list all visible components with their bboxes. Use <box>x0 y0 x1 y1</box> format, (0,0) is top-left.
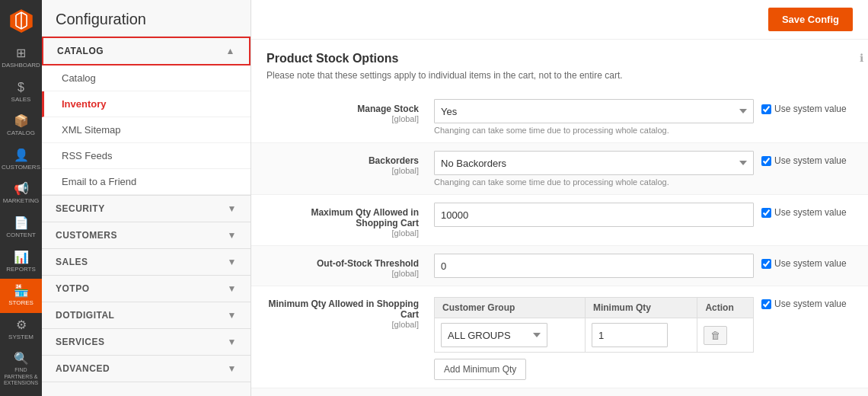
nav-label-dashboard: DASHBOARD <box>2 62 40 69</box>
sidebar-section-customers: CUSTOMERS ▼ <box>42 222 251 249</box>
nav-item-customers[interactable]: 👤 CUSTOMERS <box>0 143 42 177</box>
sidebar-section-label-security: SECURITY <box>56 203 105 214</box>
chevron-up-icon: ▲ <box>226 46 235 56</box>
use-system-max-qty: Use system value <box>761 203 853 218</box>
reports-icon: 📊 <box>14 251 29 263</box>
field-out-of-stock: Out-of-Stock Threshold [global] Use syst… <box>251 246 868 286</box>
chevron-down-icon: ▼ <box>228 283 237 294</box>
nav-label-catalog: CATALOG <box>7 129 35 137</box>
use-system-min-qty-checkbox[interactable] <box>761 299 771 309</box>
chevron-down-icon: ▼ <box>228 363 237 374</box>
sidebar-section-header-security[interactable]: SECURITY ▼ <box>42 196 251 222</box>
input-min-qty: Customer Group Minimum Qty Action ALL GR… <box>434 294 761 380</box>
label-min-qty: Minimum Qty Allowed in Shopping Cart [gl… <box>266 294 434 329</box>
chevron-down-icon: ▼ <box>228 203 237 214</box>
dashboard-icon: ⊞ <box>16 47 26 59</box>
nav-label-sales: SALES <box>11 96 31 104</box>
logo[interactable] <box>7 6 36 35</box>
sidebar-section-header-dotdigital[interactable]: DOTDIGITAL ▼ <box>42 302 251 328</box>
input-backorders: No Backorders Allow Qty Below 0 Allow Qt… <box>434 151 761 187</box>
nav-label-find-partners: FIND PARTNERS & EXTENSIONS <box>3 367 39 386</box>
nav-item-dashboard[interactable]: ⊞ DASHBOARD <box>0 41 42 75</box>
sidebar-section-label-customers: CUSTOMERS <box>56 230 117 241</box>
min-qty-value-input[interactable] <box>592 323 668 347</box>
sidebar-section-header-services[interactable]: SERVICES ▼ <box>42 329 251 355</box>
sidebar-item-xml-sitemap[interactable]: XML Sitemap <box>42 117 251 143</box>
field-notify-qty: Notify for Quantity Below [global] Use s… <box>251 388 868 396</box>
customer-group-cell: ALL GROUPS <box>435 318 586 353</box>
nav-item-reports[interactable]: 📊 REPORTS <box>0 245 42 279</box>
nav-item-content[interactable]: 📄 CONTENT <box>0 211 42 245</box>
label-out-of-stock: Out-of-Stock Threshold [global] <box>266 254 434 278</box>
use-system-manage-stock-checkbox[interactable] <box>761 104 771 114</box>
system-icon: ⚙ <box>16 319 27 331</box>
sidebar-item-inventory[interactable]: Inventory <box>42 91 251 117</box>
sidebar-items-catalog: Catalog Inventory XML Sitemap RSS Feeds … <box>42 65 251 195</box>
min-qty-cell <box>585 318 697 353</box>
sidebar-section-sales: SALES ▼ <box>42 249 251 276</box>
nav-label-system: SYSTEM <box>8 334 34 341</box>
use-system-backorders-checkbox[interactable] <box>761 156 771 166</box>
chevron-down-icon: ▼ <box>228 310 237 321</box>
action-cell: 🗑 <box>697 318 754 353</box>
nav-item-catalog[interactable]: 📦 CATALOG <box>0 109 42 143</box>
nav-item-marketing[interactable]: 📢 MARKETING <box>0 177 42 211</box>
sidebar-section-dotdigital: DOTDIGITAL ▼ <box>42 302 251 329</box>
sidebar-section-security: SECURITY ▼ <box>42 196 251 222</box>
stores-icon: 🏪 <box>14 285 29 297</box>
sidebar-section-label-services: SERVICES <box>56 337 104 347</box>
action-header: Action <box>697 298 754 318</box>
info-icon[interactable]: ℹ <box>860 52 863 64</box>
delete-row-button[interactable]: 🗑 <box>704 326 727 345</box>
table-row: ALL GROUPS 🗑 <box>435 318 754 353</box>
nav-label-reports: REPORTS <box>6 266 36 273</box>
nav-item-system[interactable]: ⚙ SYSTEM <box>0 313 42 347</box>
out-of-stock-input[interactable] <box>434 254 754 278</box>
sidebar-section-catalog: CATALOG ▲ Catalog Inventory XML Sitemap … <box>42 37 251 196</box>
customer-group-select[interactable]: ALL GROUPS <box>441 323 547 347</box>
nav-item-find-partners[interactable]: 🔍 FIND PARTNERS & EXTENSIONS <box>0 346 42 392</box>
add-minimum-qty-button[interactable]: Add Minimum Qty <box>434 359 526 380</box>
chevron-down-icon: ▼ <box>228 230 237 241</box>
label-max-qty: Maximum Qty Allowed in Shopping Cart [gl… <box>266 203 434 238</box>
backorders-select[interactable]: No Backorders Allow Qty Below 0 Allow Qt… <box>434 151 754 175</box>
manage-stock-note: Changing can take some time due to proce… <box>434 126 754 135</box>
use-system-out-of-stock: Use system value <box>761 254 853 269</box>
section-description: Please note that these settings apply to… <box>251 70 868 91</box>
label-backorders: Backorders [global] <box>266 151 434 175</box>
main-content: Save Config ℹ Product Stock Options Plea… <box>251 0 868 396</box>
sidebar-section-header-yotpo[interactable]: YOTPO ▼ <box>42 276 251 302</box>
nav-label-stores: STORES <box>8 299 34 307</box>
field-min-qty: Minimum Qty Allowed in Shopping Cart [gl… <box>251 286 868 388</box>
nav-item-sales[interactable]: $ SALES <box>0 75 42 110</box>
chevron-down-icon: ▼ <box>228 257 237 267</box>
backorders-note: Changing can take some time due to proce… <box>434 177 754 187</box>
sidebar-section-label-sales: SALES <box>56 257 88 267</box>
use-system-min-qty: Use system value <box>761 294 853 309</box>
sidebar-section-header-sales[interactable]: SALES ▼ <box>42 249 251 275</box>
sidebar-item-catalog[interactable]: Catalog <box>42 65 251 91</box>
save-config-button[interactable]: Save Config <box>768 8 853 31</box>
manage-stock-select[interactable]: YesNo <box>434 99 754 123</box>
field-max-qty: Maximum Qty Allowed in Shopping Cart [gl… <box>251 195 868 246</box>
max-qty-input[interactable] <box>434 203 754 227</box>
sidebar-section-header-customers[interactable]: CUSTOMERS ▼ <box>42 222 251 248</box>
use-system-out-of-stock-checkbox[interactable] <box>761 259 771 269</box>
use-system-max-qty-checkbox[interactable] <box>761 208 771 218</box>
customers-icon: 👤 <box>14 149 29 161</box>
content-icon: 📄 <box>14 217 29 229</box>
sidebar-item-rss-feeds[interactable]: RSS Feeds <box>42 143 251 169</box>
nav-item-stores[interactable]: 🏪 STORES <box>0 279 42 313</box>
left-navigation: ⊞ DASHBOARD $ SALES 📦 CATALOG 👤 CUSTOMER… <box>0 0 42 396</box>
marketing-icon: 📢 <box>14 183 29 195</box>
sidebar-section-header-catalog[interactable]: CATALOG ▲ <box>42 37 251 65</box>
sidebar-section-header-advanced[interactable]: ADVANCED ▼ <box>42 356 251 382</box>
find-partners-icon: 🔍 <box>14 353 29 365</box>
input-manage-stock: YesNo Changing can take some time due to… <box>434 99 761 135</box>
sidebar: Configuration CATALOG ▲ Catalog Inventor… <box>42 0 251 396</box>
sidebar-item-email-to-friend[interactable]: Email to a Friend <box>42 169 251 195</box>
catalog-icon: 📦 <box>14 115 29 127</box>
field-manage-stock: Manage Stock [global] YesNo Changing can… <box>251 91 868 143</box>
input-max-qty <box>434 203 761 227</box>
use-system-manage-stock: Use system value <box>761 99 853 114</box>
